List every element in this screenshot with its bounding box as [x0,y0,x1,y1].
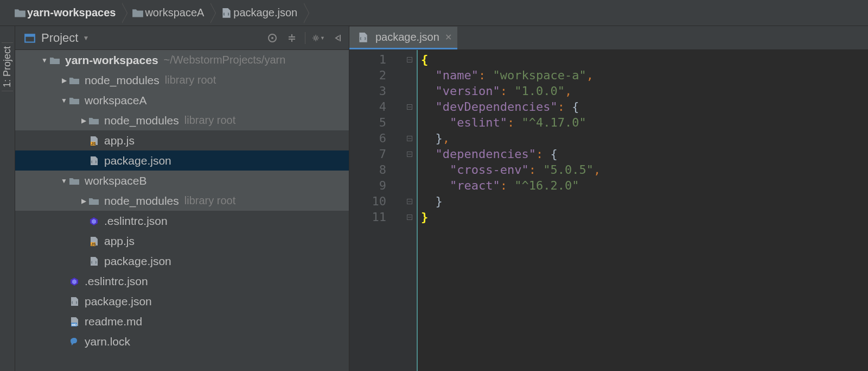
eslint-icon [68,276,80,287]
tree-item-label: yarn.lock [85,335,130,348]
fold-marker[interactable] [403,130,417,146]
line-number: 8 [349,162,386,178]
tree-arrow-icon[interactable]: ▶ [79,197,88,205]
line-number: 1 [349,52,386,67]
left-tool-strip: 1: Project [0,26,15,371]
project-tree[interactable]: ▼yarn-workspaces~/WebstormProjects/yarn▶… [15,50,349,371]
editor-tab[interactable]: package.json ✕ [349,27,457,49]
breadcrumb-label: workspaceA [145,7,204,19]
tree-arrow-icon[interactable]: ▶ [79,117,88,124]
tree-row[interactable]: ▶node_moduleslibrary root [15,110,349,130]
close-icon[interactable]: ✕ [445,32,452,42]
tree-row[interactable]: ▼workspaceA [15,90,349,110]
code-content[interactable]: { "name": "workspace-a", "version": "1.0… [418,50,868,371]
breadcrumb-label: package.json [233,7,297,19]
breadcrumb-item-folder[interactable]: workspaceA [122,3,210,23]
tree-arrow-icon[interactable]: ▶ [60,77,68,84]
tree-row[interactable]: package.json [15,150,349,171]
tree-row[interactable]: ▼yarn-workspaces~/WebstormProjects/yarn [15,50,349,70]
toolbar-separator [305,32,305,44]
breadcrumb-item-file[interactable]: package.json [210,3,304,23]
tree-arrow-icon[interactable]: ▼ [40,56,49,64]
line-number: 11 [349,209,386,225]
tree-row[interactable]: .eslintrc.json [15,271,349,291]
fold-gutter[interactable] [403,50,418,371]
json-file-icon [357,32,369,43]
project-tool-window-button[interactable]: 1: Project [2,42,13,91]
project-panel-title[interactable]: Project ▼ [24,31,266,45]
breadcrumb: yarn-workspaces workspaceA package.json [0,0,868,26]
tree-item-suffix: library root [165,74,216,86]
collapse-all-button[interactable] [285,32,298,45]
tree-item-label: .eslintrc.json [104,215,168,228]
tab-label: package.json [375,31,439,43]
tree-row[interactable]: package.json [15,251,349,271]
tree-row[interactable]: ▼workspaceB [15,171,349,191]
tree-row[interactable]: ▶node_moduleslibrary root [15,70,349,90]
tree-item-label: workspaceA [85,94,146,107]
svg-rect-1 [25,34,35,36]
lock-icon [68,336,80,347]
scroll-from-source-button[interactable] [266,32,279,45]
tree-item-label: node_modules [104,194,179,207]
fold-marker [403,115,417,130]
fold-marker [403,162,417,178]
project-panel-header: Project ▼ ▼ [15,26,349,50]
tree-item-label: workspaceB [85,174,146,187]
tree-item-suffix: library root [184,194,235,207]
line-number: 10 [349,193,386,209]
js-icon: JS [88,236,100,247]
tree-item-label: node_modules [104,114,179,127]
fold-marker[interactable] [403,193,417,209]
editor-area: package.json ✕ 1234567891011 { "name": "… [349,26,868,371]
tree-item-path: ~/WebstormProjects/yarn [164,54,286,66]
js-icon: JS [88,135,100,146]
fold-marker[interactable] [403,52,417,67]
tree-item-label: .eslintrc.json [85,275,148,288]
tree-item-label: readme.md [85,315,142,328]
settings-button[interactable]: ▼ [312,32,325,45]
code-editor[interactable]: 1234567891011 { "name": "workspace-a", "… [349,50,868,371]
line-number: 4 [349,99,386,115]
tree-row[interactable]: .eslintrc.json [15,211,349,231]
breadcrumb-item-root[interactable]: yarn-workspaces [10,3,122,23]
tree-item-label: package.json [85,295,152,308]
panel-title-text: Project [41,31,78,45]
json-icon [68,296,80,307]
tree-row[interactable]: JSapp.js [15,231,349,251]
fold-marker [403,67,417,83]
fold-marker [403,178,417,193]
tree-row[interactable]: JSapp.js [15,130,349,150]
tree-row[interactable]: ▶node_moduleslibrary root [15,191,349,211]
folder-icon [88,196,100,206]
json-icon [88,256,100,267]
tree-arrow-icon[interactable]: ▼ [60,97,68,104]
tree-row[interactable]: package.json [15,291,349,311]
tree-row[interactable]: yarn.lock [15,331,349,351]
breadcrumb-label: yarn-workspaces [27,7,116,19]
tree-item-label: app.js [104,134,135,147]
tree-arrow-icon[interactable]: ▼ [60,177,68,185]
line-number: 9 [349,178,386,193]
json-file-icon [220,8,232,18]
line-number: 7 [349,146,386,162]
dropdown-icon: ▼ [82,34,89,42]
svg-text:JS: JS [91,142,96,146]
folder-icon [68,95,80,106]
fold-marker[interactable] [403,99,417,115]
hide-button[interactable] [331,32,344,45]
project-panel-toolbar: ▼ [266,32,344,45]
folder-icon [132,8,144,18]
fold-marker[interactable] [403,146,417,162]
svg-point-4 [315,36,317,39]
tree-row[interactable]: MDreadme.md [15,311,349,331]
tree-item-label: package.json [104,154,171,167]
line-number: 3 [349,83,386,99]
svg-text:MD: MD [72,323,77,326]
folder-icon [14,8,26,18]
fold-marker[interactable] [403,209,417,225]
json-icon [88,155,100,166]
line-number: 5 [349,115,386,130]
folder-icon [49,55,61,66]
project-panel: Project ▼ ▼ ▼yarn-workspace [15,26,349,371]
